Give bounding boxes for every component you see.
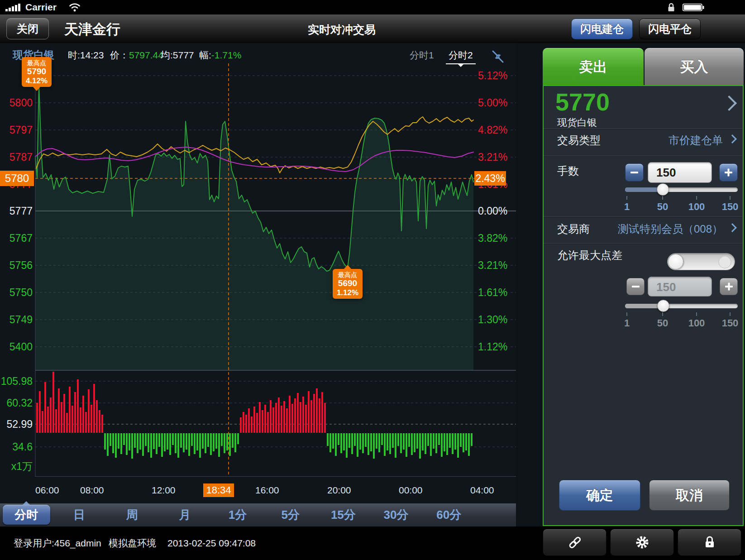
lock-button[interactable]	[678, 529, 741, 556]
period-tab-label: 30分	[384, 508, 409, 522]
flash-open-button[interactable]: 闪电建仓	[571, 19, 633, 39]
spread-plus-button[interactable]	[720, 278, 738, 295]
period-tab-30分[interactable]: 30分	[370, 503, 423, 526]
annotation-title: 最高点	[334, 271, 361, 278]
tick	[662, 196, 663, 200]
slider-knob[interactable]	[657, 183, 669, 196]
plus-icon	[728, 283, 730, 291]
tick	[626, 312, 627, 316]
lots-tick-150: 150	[714, 201, 745, 213]
lots-plus-button[interactable]	[719, 163, 738, 182]
period-tab-label: 日	[73, 508, 85, 522]
divider	[544, 156, 743, 156]
period-tab-分时[interactable]: 分时	[0, 503, 53, 526]
battery-icon	[683, 4, 704, 11]
confirm-button[interactable]: 确定	[559, 480, 640, 511]
period-tab-日[interactable]: 日	[53, 503, 106, 526]
sell-tab[interactable]: 卖出	[543, 48, 644, 86]
tick	[730, 196, 731, 200]
tick	[696, 196, 697, 200]
spread-tick-1: 1	[611, 317, 643, 329]
page-title: 实时对冲交易	[308, 22, 376, 37]
period-tab-5分[interactable]: 5分	[264, 503, 317, 526]
max-spread-toggle[interactable]	[667, 253, 735, 270]
period-tab-1分[interactable]: 1分	[211, 503, 264, 526]
annotation-title: 最高点	[24, 59, 50, 67]
broker-label: 交易商	[557, 222, 590, 236]
annotation-high: 最高点 5790 4.12%	[22, 57, 52, 87]
time-axis-label: 06:00	[35, 484, 59, 497]
period-tab-周[interactable]: 周	[105, 503, 158, 526]
lots-slider[interactable]	[625, 187, 738, 192]
chevron-right-icon[interactable]	[721, 96, 737, 111]
close-button[interactable]: 关闭	[6, 18, 49, 39]
time-axis-label: 04:00	[470, 484, 494, 497]
chevron-right-icon[interactable]	[728, 134, 737, 144]
price-chart	[0, 63, 516, 477]
login-user: 登录用户:456_admin	[14, 526, 101, 560]
lock-status-icon	[667, 3, 675, 12]
status-bar: Carrier	[0, 0, 745, 14]
period-tab-label: 1分	[229, 508, 247, 522]
max-spread-label: 允许最大点差	[557, 248, 622, 263]
annotation-pct: 1.12%	[334, 288, 361, 297]
time-axis-label: 12:00	[152, 484, 176, 497]
header-bar: 关闭 天津金行 实时对冲交易 闪电建仓 闪电平仓	[0, 14, 745, 43]
collapse-icon[interactable]	[492, 50, 504, 63]
panel-symbol: 现货白银	[557, 116, 597, 129]
toggle-ghost	[718, 255, 731, 268]
spread-slider[interactable]	[625, 304, 738, 308]
lots-minus-button[interactable]	[625, 163, 644, 182]
period-tab-15分[interactable]: 15分	[317, 503, 370, 526]
quote-change-label: 幅:	[199, 50, 211, 60]
tab-minute1[interactable]: 分时1	[410, 49, 434, 62]
divider	[544, 243, 743, 244]
broker-value[interactable]: 测试特别会员（008）	[618, 222, 723, 236]
footer-bar: 登录用户:456_admin 模拟盘环境 2013-02-25 09:47:08	[0, 526, 745, 560]
period-tab-label: 周	[126, 508, 138, 522]
divider	[544, 216, 743, 217]
period-tab-月[interactable]: 月	[158, 503, 211, 526]
slider-knob[interactable]	[657, 300, 669, 312]
active-tab-marker	[458, 64, 463, 67]
lots-tick-50: 50	[647, 201, 678, 213]
lots-tick-1: 1	[611, 201, 643, 213]
datetime-label: 2013-02-25 09:47:08	[167, 526, 256, 560]
lots-tick-100: 100	[681, 201, 712, 213]
tick	[730, 312, 731, 316]
wifi-icon	[69, 3, 81, 12]
spread-input[interactable]: 150	[648, 277, 712, 297]
order-type-value[interactable]: 市价建仓单	[669, 133, 723, 148]
carrier-label: Carrier	[25, 2, 57, 13]
crosshair-time-badge: 18:34	[203, 483, 234, 497]
quote-price-label: 价：	[110, 50, 129, 60]
toggle-knob[interactable]	[668, 254, 683, 269]
chevron-right-icon[interactable]	[728, 223, 737, 232]
order-type-label: 交易类型	[557, 133, 601, 148]
spread-tick-150: 150	[714, 317, 745, 329]
tick	[662, 312, 663, 316]
trade-form: 5770 现货白银 交易类型 市价建仓单 手数 150 1 50 100 150	[543, 85, 744, 526]
brand-title: 天津金行	[64, 20, 120, 39]
trade-panel: 卖出 买入 5770 现货白银 交易类型 市价建仓单 手数 150 1 50	[516, 43, 745, 560]
tab-minute2-label: 分时2	[449, 50, 473, 60]
cancel-button[interactable]: 取消	[649, 480, 730, 511]
period-tab-bar: 分时日周月1分5分15分30分60分	[0, 503, 516, 526]
quote-sell-price: 5770	[555, 88, 610, 116]
tick	[626, 196, 627, 200]
flash-close-button[interactable]: 闪电平仓	[639, 19, 701, 39]
period-tab-label: 5分	[281, 508, 299, 522]
buy-tab[interactable]: 买入	[645, 48, 744, 86]
settings-button[interactable]	[610, 529, 674, 556]
minus-icon	[630, 172, 638, 173]
plus-icon	[728, 169, 730, 177]
tab-minute2[interactable]: 分时2	[446, 49, 476, 64]
lots-input[interactable]: 150	[648, 162, 712, 183]
spread-minus-button[interactable]	[626, 278, 645, 295]
gear-icon	[635, 535, 650, 550]
link-button[interactable]	[543, 529, 607, 556]
quote-time: 时:14:23	[68, 49, 104, 62]
time-axis-label: 00:00	[399, 484, 423, 497]
lots-label: 手数	[557, 164, 579, 178]
period-tab-60分[interactable]: 60分	[422, 503, 475, 526]
